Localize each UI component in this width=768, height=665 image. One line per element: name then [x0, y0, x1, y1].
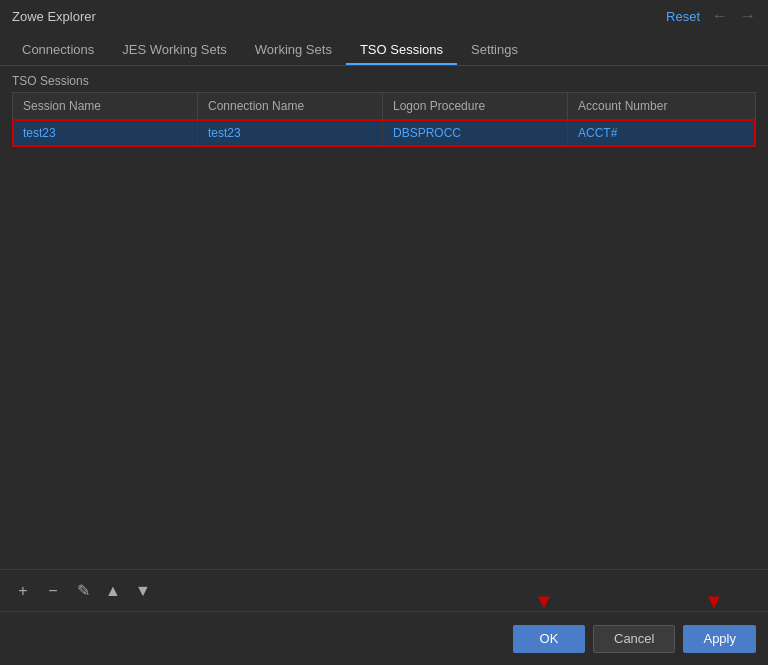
title-bar-actions: Reset ← →: [666, 7, 756, 25]
cell-logon-procedure: DBSPROCC: [383, 120, 568, 146]
tso-sessions-table: Session Name Connection Name Logon Proce…: [12, 92, 756, 147]
main-content: TSO Sessions Session Name Connection Nam…: [0, 66, 768, 665]
ok-down-arrow-icon: ▼: [534, 591, 554, 611]
edit-button[interactable]: ✎: [72, 580, 94, 602]
forward-button[interactable]: →: [740, 7, 756, 25]
title-bar: Zowe Explorer Reset ← →: [0, 0, 768, 32]
tab-settings[interactable]: Settings: [457, 36, 532, 65]
tab-jes-working-sets[interactable]: JES Working Sets: [108, 36, 241, 65]
app-title: Zowe Explorer: [12, 9, 96, 24]
tab-tso-sessions[interactable]: TSO Sessions: [346, 36, 457, 65]
table-header: Session Name Connection Name Logon Proce…: [13, 93, 755, 120]
ok-button[interactable]: OK: [513, 625, 585, 653]
tab-working-sets[interactable]: Working Sets: [241, 36, 346, 65]
back-button[interactable]: ←: [712, 7, 728, 25]
col-logon-procedure: Logon Procedure: [383, 93, 568, 119]
apply-arrow-indicator: ▼: [704, 591, 724, 611]
tab-connections[interactable]: Connections: [8, 36, 108, 65]
col-connection-name: Connection Name: [198, 93, 383, 119]
apply-button[interactable]: Apply: [683, 625, 756, 653]
move-down-button[interactable]: ▼: [132, 580, 154, 602]
bottom-toolbar: + − ✎ ▲ ▼: [0, 569, 768, 611]
reset-button[interactable]: Reset: [666, 9, 700, 24]
col-session-name: Session Name: [13, 93, 198, 119]
cell-account-number: ACCT#: [568, 120, 755, 146]
add-button[interactable]: +: [12, 580, 34, 602]
col-account-number: Account Number: [568, 93, 755, 119]
cancel-button[interactable]: Cancel: [593, 625, 675, 653]
action-bar: OK Cancel Apply: [0, 611, 768, 665]
remove-button[interactable]: −: [42, 580, 64, 602]
apply-down-arrow-icon: ▼: [704, 591, 724, 611]
section-label: TSO Sessions: [0, 66, 768, 92]
table-row[interactable]: test23 test23 DBSPROCC ACCT#: [13, 120, 755, 146]
tab-bar: Connections JES Working Sets Working Set…: [0, 32, 768, 66]
cell-session-name: test23: [13, 120, 198, 146]
cell-connection-name: test23: [198, 120, 383, 146]
ok-arrow-indicator: ▼: [534, 591, 554, 611]
move-up-button[interactable]: ▲: [102, 580, 124, 602]
